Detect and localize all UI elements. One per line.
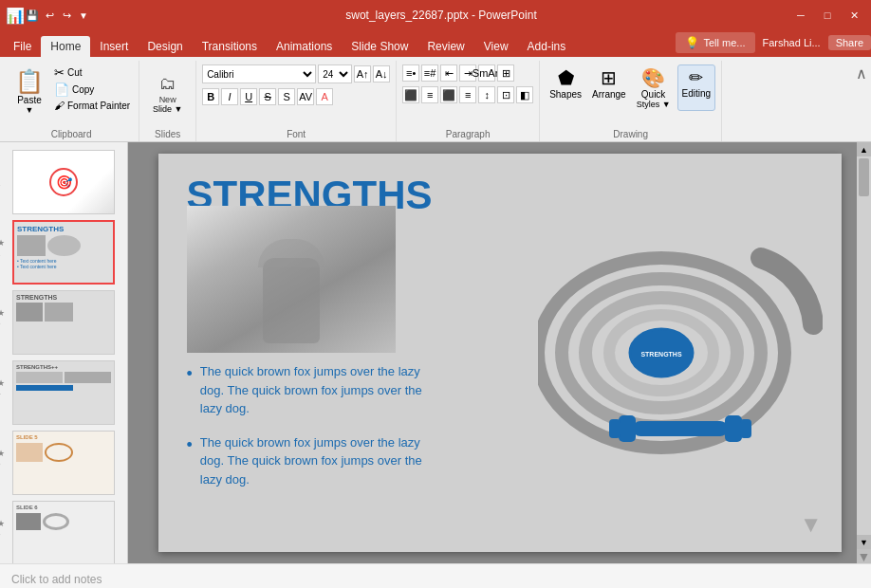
minimize-button[interactable]: ─ [791, 6, 810, 25]
strikethrough-button[interactable]: S [259, 88, 276, 105]
arrange-button[interactable]: ⊞ Arrange [588, 64, 630, 111]
svg-rect-7 [619, 415, 636, 442]
slide-thumb-6[interactable]: 6 ★ SLIDE 6 [12, 501, 115, 563]
format-painter-button[interactable]: 🖌Format Painter [51, 99, 133, 112]
close-button[interactable]: ✕ [844, 6, 863, 25]
redo-icon[interactable]: ↪ [59, 8, 74, 23]
slides-label: Slides [155, 127, 180, 141]
customize-icon[interactable]: ▼ [76, 8, 91, 23]
bullet-text-1[interactable]: The quick brown fox jumps over the lazy … [200, 362, 424, 418]
tab-view[interactable]: View [474, 36, 518, 57]
window-title: swot_layers_22687.pptx - PowerPoint [91, 9, 791, 22]
ribbon-collapse-button[interactable]: ∧ [856, 64, 867, 83]
align-center-button[interactable]: ≡ [421, 86, 438, 103]
char-spacing-button[interactable]: AV [297, 88, 314, 105]
font-name-select[interactable]: Calibri [202, 64, 316, 83]
shapes-button[interactable]: ⬟ Shapes [546, 64, 585, 111]
font-controls-row2: B I U S S AV A [202, 88, 333, 105]
bullet-1: • The quick brown fox jumps over the laz… [187, 362, 424, 418]
bold-button[interactable]: B [202, 88, 219, 105]
title-bar-right: ─ □ ✕ [791, 6, 863, 25]
decrease-indent-button[interactable]: ⇤ [440, 64, 457, 82]
ribbon-tabs: File Home Insert Design Transitions Anim… [0, 30, 871, 57]
align-text-button[interactable]: ⊡ [497, 86, 514, 103]
tab-animations[interactable]: Animations [267, 36, 342, 57]
font-size-select[interactable]: 24 [318, 64, 352, 83]
paste-button[interactable]: 📋 Paste ▼ [9, 64, 49, 119]
maximize-button[interactable]: □ [818, 6, 837, 25]
svg-rect-9 [609, 419, 621, 438]
smart-art-button[interactable]: SmArt [478, 64, 495, 82]
drawing-group: ⬟ Shapes ⊞ Arrange 🎨 Quick Styles ▼ ✏ Ed… [540, 61, 722, 141]
main-area: 1 🎯 2 ★ STRENGTHS • T [0, 142, 871, 563]
notes-placeholder[interactable]: Click to add notes [11, 573, 102, 586]
vertical-scrollbar[interactable]: ▲ ▼ [857, 142, 871, 549]
paragraph-label: Paragraph [446, 127, 491, 141]
clipboard-label: Clipboard [51, 127, 92, 141]
svg-rect-8 [725, 415, 742, 442]
tab-review[interactable]: Review [417, 36, 473, 57]
clipboard-group: 📋 Paste ▼ ✂Cut 📄Copy 🖌Format Painter [4, 61, 139, 141]
align-left-button[interactable]: ⬛ [402, 86, 419, 103]
bullet-2: • The quick brown fox jumps over the laz… [187, 433, 424, 489]
slide-thumb-5[interactable]: 5 ★ SLIDE 5 [12, 431, 115, 495]
slide-thumb-3[interactable]: 3 ★ STRENGTHS [12, 290, 115, 355]
scroll-down-arrow: ▼ [800, 511, 823, 538]
slides-group: 🗂 New Slide ▼ Slides [139, 61, 196, 141]
slide-thumb-2[interactable]: 2 ★ STRENGTHS • Text content here • Text… [12, 220, 115, 285]
tab-file[interactable]: File [4, 36, 41, 57]
shadow-button[interactable]: S [278, 88, 295, 105]
numbering-button[interactable]: ≡# [421, 64, 438, 82]
slide-thumb-1[interactable]: 1 🎯 [12, 150, 115, 214]
quick-styles-button[interactable]: 🎨 Quick Styles ▼ [633, 64, 675, 111]
tab-home[interactable]: Home [41, 36, 90, 57]
new-slide-button[interactable]: 🗂 New Slide ▼ [149, 72, 186, 116]
drawing-label: Drawing [613, 127, 648, 141]
align-right-button[interactable]: ⬛ [440, 86, 457, 103]
convert-smartart-button[interactable]: ◧ [516, 86, 533, 103]
tab-slideshow[interactable]: Slide Show [342, 36, 417, 57]
title-bar-left: 📊 💾 ↩ ↪ ▼ [8, 8, 91, 23]
spiral-graphic: STRENGTHS [538, 211, 823, 495]
font-label: Font [287, 127, 306, 141]
slide-panel: 1 🎯 2 ★ STRENGTHS • T [0, 142, 128, 563]
slide-bullets: • The quick brown fox jumps over the laz… [187, 362, 424, 504]
save-icon[interactable]: 💾 [25, 8, 40, 23]
tell-me-input[interactable]: 💡 Tell me... [676, 32, 754, 53]
slide-image[interactable] [187, 206, 396, 353]
text-direction-button[interactable]: ↕ [478, 86, 495, 103]
tab-addins[interactable]: Add-ins [518, 36, 576, 57]
user-name: Farshad Li... [763, 37, 821, 48]
bullets-button[interactable]: ≡• [402, 64, 419, 82]
share-button[interactable]: Share [828, 35, 871, 50]
justify-button[interactable]: ≡ [459, 86, 476, 103]
copy-button[interactable]: 📄Copy [51, 82, 133, 98]
scroll-corner: ▼ [857, 549, 871, 563]
font-controls-row1: Calibri 24 A↑ A↓ [202, 64, 390, 83]
underline-button[interactable]: U [240, 88, 257, 105]
canvas-area: ▲ ▼ ▼ STRENGTHS • [128, 142, 871, 563]
italic-button[interactable]: I [221, 88, 238, 105]
decrease-font-button[interactable]: A↓ [373, 65, 390, 83]
paragraph-group: ≡• ≡# ⇤ ⇥ SmArt ⊞ ⬛ ≡ ⬛ ≡ ↕ ⊡ ◧ Paragrap… [397, 61, 540, 141]
tab-design[interactable]: Design [138, 36, 192, 57]
cut-button[interactable]: ✂Cut [51, 64, 133, 81]
font-group: Calibri 24 A↑ A↓ B I U S S AV A Font [196, 61, 397, 141]
tab-insert[interactable]: Insert [90, 36, 138, 57]
clipboard-controls: 📋 Paste ▼ ✂Cut 📄Copy 🖌Format Painter [9, 61, 133, 127]
svg-rect-6 [633, 421, 728, 436]
tab-transitions[interactable]: Transitions [193, 36, 267, 57]
title-bar: 📊 💾 ↩ ↪ ▼ swot_layers_22687.pptx - Power… [0, 0, 871, 30]
slide-canvas: STRENGTHS • The quick brown fox jumps ov… [158, 154, 842, 552]
font-color-button[interactable]: A [316, 88, 333, 105]
notes-bar: Click to add notes [0, 563, 871, 588]
editing-button[interactable]: ✏ Editing [677, 64, 716, 111]
undo-icon[interactable]: ↩ [42, 8, 57, 23]
svg-rect-10 [740, 419, 751, 438]
slide-thumb-4[interactable]: 4 ★ STRENGTHS++ [12, 360, 115, 425]
bullet-text-2[interactable]: The quick brown fox jumps over the lazy … [200, 433, 424, 489]
ribbon-content: 📋 Paste ▼ ✂Cut 📄Copy 🖌Format Painter [0, 57, 871, 142]
columns-button[interactable]: ⊞ [497, 64, 514, 82]
app-icon: 📊 [8, 8, 23, 23]
increase-font-button[interactable]: A↑ [354, 65, 371, 83]
